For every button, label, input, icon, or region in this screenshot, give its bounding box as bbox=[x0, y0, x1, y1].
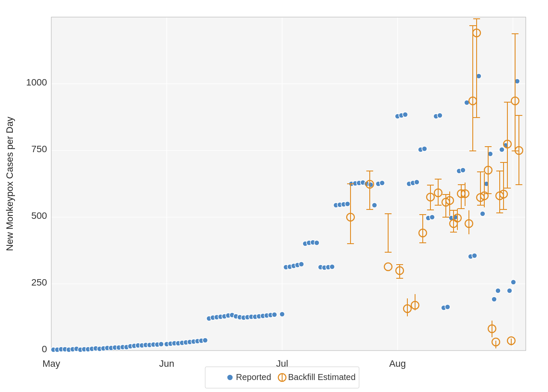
svg-point-86 bbox=[299, 262, 304, 267]
svg-text:500: 500 bbox=[31, 210, 47, 221]
svg-point-134 bbox=[495, 288, 501, 293]
svg-point-133 bbox=[492, 297, 497, 302]
svg-point-51 bbox=[159, 342, 164, 347]
svg-point-113 bbox=[414, 180, 419, 185]
svg-point-117 bbox=[430, 215, 435, 220]
svg-text:1000: 1000 bbox=[26, 77, 47, 88]
svg-point-80 bbox=[272, 312, 277, 317]
svg-point-125 bbox=[460, 168, 466, 173]
svg-text:750: 750 bbox=[31, 144, 47, 154]
svg-point-137 bbox=[507, 288, 512, 293]
y-axis-label: New Monkeypox Cases per Day bbox=[4, 117, 15, 251]
svg-point-135 bbox=[499, 147, 504, 152]
svg-point-130 bbox=[480, 211, 485, 216]
svg-text:Jun: Jun bbox=[159, 358, 174, 369]
svg-point-107 bbox=[380, 180, 385, 186]
svg-text:250: 250 bbox=[31, 277, 47, 288]
svg-text:0: 0 bbox=[42, 344, 47, 354]
svg-point-119 bbox=[437, 113, 442, 118]
svg-point-81 bbox=[280, 312, 285, 317]
svg-text:May: May bbox=[42, 358, 60, 369]
chart-container: 0 250 500 750 1000 New Monkeypox Cases p… bbox=[0, 0, 548, 392]
svg-point-62 bbox=[203, 338, 208, 343]
svg-point-128 bbox=[472, 253, 477, 258]
svg-point-94 bbox=[330, 264, 335, 269]
reported-legend-label: Reported bbox=[236, 372, 271, 382]
svg-point-115 bbox=[422, 146, 427, 151]
svg-point-121 bbox=[445, 304, 450, 309]
svg-point-237 bbox=[227, 374, 233, 380]
svg-point-98 bbox=[345, 201, 350, 206]
svg-point-105 bbox=[372, 203, 377, 208]
main-chart: 0 250 500 750 1000 New Monkeypox Cases p… bbox=[0, 0, 548, 392]
svg-point-90 bbox=[314, 240, 319, 245]
svg-text:Aug: Aug bbox=[389, 358, 406, 369]
svg-point-138 bbox=[511, 280, 516, 285]
svg-rect-1 bbox=[51, 17, 526, 351]
backfill-legend-label: Backfill Estimated bbox=[288, 372, 356, 382]
legend: Reported Backfill Estimated bbox=[205, 367, 359, 388]
svg-point-110 bbox=[403, 112, 408, 117]
